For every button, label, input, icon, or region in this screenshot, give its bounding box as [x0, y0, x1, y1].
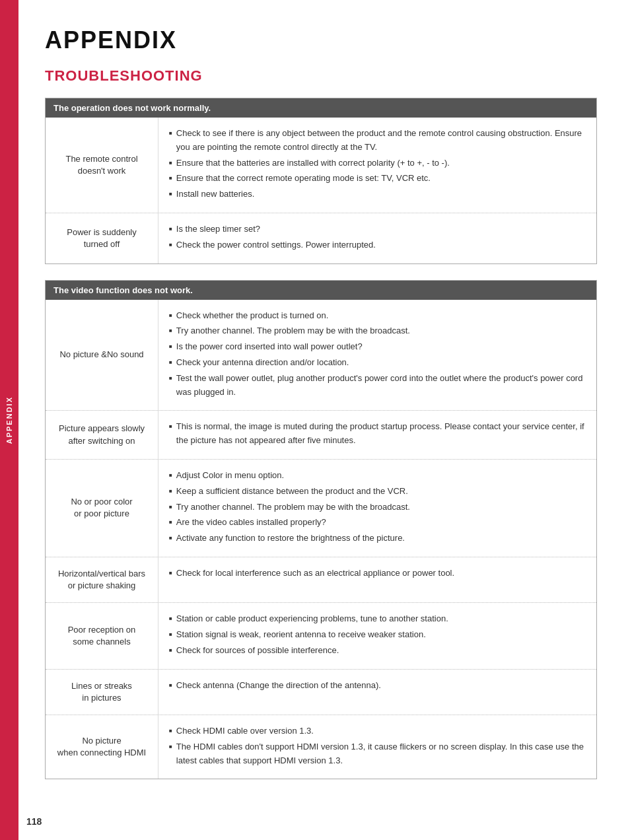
- table-row: Picture appears slowlyafter switching on…: [46, 410, 596, 459]
- list-item: Try another channel. The problem may be …: [169, 501, 586, 514]
- operation-table-header: The operation does not work normally.: [46, 98, 596, 118]
- bars-solutions: Check for local interference such as an …: [158, 557, 596, 602]
- table-row: No picture &No sound Check whether the p…: [46, 300, 596, 411]
- list-item: Keep a sufficient distance between the p…: [169, 485, 586, 499]
- list-item: The HDMI cables don't support HDMI versi…: [169, 740, 586, 768]
- video-table-rows: No picture &No sound Check whether the p…: [46, 300, 596, 779]
- list-item: Adjust Color in menu option.: [169, 469, 586, 483]
- list-item: Activate any function to restore the bri…: [169, 532, 586, 545]
- list-item: Install new batteries.: [169, 188, 586, 201]
- poor-reception-label: Poor reception onsome channels: [46, 603, 158, 668]
- table-row: No or poor coloror poor picture Adjust C…: [46, 459, 596, 557]
- list-item: Check for sources of possible interferen…: [169, 644, 586, 658]
- video-table-header: The video function does not work.: [46, 281, 596, 300]
- power-solutions: Is the sleep timer set? Check the power …: [158, 213, 596, 263]
- bars-label: Horizontal/vertical barsor picture shaki…: [46, 557, 158, 602]
- page-number: 118: [26, 816, 42, 827]
- operation-table: The operation does not work normally. Th…: [45, 98, 597, 264]
- poor-reception-solutions: Station or cable product experiencing pr…: [158, 603, 596, 668]
- list-item: Check HDMI cable over version 1.3.: [169, 724, 586, 738]
- sidebar-label: APPENDIX: [5, 396, 13, 444]
- power-label: Power is suddenlyturned off: [46, 213, 158, 263]
- list-item: Ensure that the batteries are installed …: [169, 157, 586, 170]
- video-table: The video function does not work. No pic…: [45, 280, 597, 780]
- list-item: Check the power control settings. Power …: [169, 238, 586, 252]
- list-item: Check for local interference such as an …: [169, 567, 586, 580]
- table-row: Lines or streaksin pictures Check antenn…: [46, 669, 596, 715]
- hdmi-label: No picturewhen connecting HDMI: [46, 715, 158, 779]
- list-item: Check antenna (Change the direction of t…: [169, 679, 586, 693]
- sidebar-tab: APPENDIX: [0, 0, 18, 840]
- table-row: Poor reception onsome channels Station o…: [46, 602, 596, 668]
- section-title: TROUBLESHOOTING: [45, 67, 597, 85]
- hdmi-solutions: Check HDMI cable over version 1.3. The H…: [158, 715, 596, 779]
- table-row: Power is suddenlyturned off Is the sleep…: [46, 213, 596, 263]
- page-title: APPENDIX: [45, 26, 597, 54]
- list-item: Check your antenna direction and/or loca…: [169, 356, 586, 370]
- list-item: Station signal is weak, reorient antenna…: [169, 628, 586, 642]
- list-item: Station or cable product experiencing pr…: [169, 612, 586, 626]
- table-row: No picturewhen connecting HDMI Check HDM…: [46, 715, 596, 779]
- list-item: Check to see if there is any object betw…: [169, 127, 586, 155]
- list-item: This is normal, the image is muted durin…: [169, 420, 586, 448]
- table-row: The remote controldoesn't work Check to …: [46, 118, 596, 213]
- list-item: Test the wall power outlet, plug another…: [169, 372, 586, 400]
- operation-table-rows: The remote controldoesn't work Check to …: [46, 118, 596, 263]
- list-item: Is the sleep timer set?: [169, 223, 586, 236]
- list-item: Ensure that the correct remote operating…: [169, 172, 586, 186]
- poor-color-solutions: Adjust Color in menu option. Keep a suff…: [158, 460, 596, 557]
- list-item: Check whether the product is turned on.: [169, 309, 586, 323]
- no-picture-solutions: Check whether the product is turned on. …: [158, 300, 596, 411]
- remote-control-solutions: Check to see if there is any object betw…: [158, 118, 596, 213]
- remote-control-label: The remote controldoesn't work: [46, 118, 158, 213]
- main-content: APPENDIX TROUBLESHOOTING The operation d…: [18, 0, 630, 840]
- table-row: Horizontal/vertical barsor picture shaki…: [46, 557, 596, 602]
- lines-label: Lines or streaksin pictures: [46, 670, 158, 715]
- lines-solutions: Check antenna (Change the direction of t…: [158, 670, 596, 715]
- picture-slow-solutions: This is normal, the image is muted durin…: [158, 411, 596, 459]
- list-item: Try another channel. The problem may be …: [169, 324, 586, 338]
- poor-color-label: No or poor coloror poor picture: [46, 460, 158, 557]
- no-picture-label: No picture &No sound: [46, 300, 158, 411]
- list-item: Are the video cables installed properly?: [169, 516, 586, 530]
- picture-slow-label: Picture appears slowlyafter switching on: [46, 411, 158, 459]
- list-item: Is the power cord inserted into wall pow…: [169, 340, 586, 354]
- page-container: APPENDIX APPENDIX TROUBLESHOOTING The op…: [0, 0, 630, 840]
